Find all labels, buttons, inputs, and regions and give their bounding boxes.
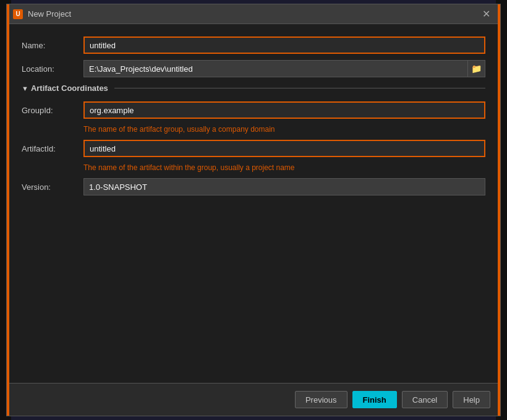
app-icon: U xyxy=(13,9,23,19)
location-label: Location: xyxy=(22,64,83,74)
help-button[interactable]: Help xyxy=(453,391,490,408)
section-toggle[interactable]: ▼ xyxy=(22,85,28,92)
dialog-body: Name: Location: 📁 ▼ Artifact Coordinates… xyxy=(7,24,500,383)
location-input-group: 📁 xyxy=(83,60,485,77)
groupid-label: GroupId: xyxy=(22,106,83,115)
title-bar-left: U New Project xyxy=(13,9,71,19)
name-row: Name: xyxy=(22,36,485,54)
groupid-row: GroupId: xyxy=(22,101,485,119)
new-project-dialog: U New Project ✕ Name: Location: 📁 xyxy=(6,4,501,416)
version-input[interactable] xyxy=(83,178,485,195)
cancel-button[interactable]: Cancel xyxy=(402,391,448,408)
left-accent xyxy=(7,4,9,416)
browse-button[interactable]: 📁 xyxy=(468,60,485,77)
close-button[interactable]: ✕ xyxy=(479,8,494,20)
artifactid-input[interactable] xyxy=(83,140,485,157)
section-divider xyxy=(114,88,485,88)
dialog-title: New Project xyxy=(28,9,71,19)
location-input[interactable] xyxy=(83,60,468,77)
artifactid-hint: The name of the artifact within the grou… xyxy=(83,163,485,172)
previous-button[interactable]: Previous xyxy=(295,391,347,408)
name-input[interactable] xyxy=(83,36,485,54)
groupid-input[interactable] xyxy=(83,101,485,119)
artifactid-label: ArtifactId: xyxy=(22,144,83,153)
right-accent xyxy=(498,4,500,416)
dialog-footer: Previous Finish Cancel Help xyxy=(7,383,500,416)
title-bar: U New Project ✕ xyxy=(7,4,500,24)
artifact-section-header: ▼ Artifact Coordinates xyxy=(22,84,485,93)
artifactid-row: ArtifactId: xyxy=(22,140,485,157)
finish-button[interactable]: Finish xyxy=(352,391,397,408)
location-row: Location: 📁 xyxy=(22,60,485,77)
section-title: Artifact Coordinates xyxy=(31,84,108,93)
version-label: Version: xyxy=(22,182,83,192)
groupid-hint: The name of the artifact group, usually … xyxy=(83,125,485,134)
version-row: Version: xyxy=(22,178,485,195)
name-label: Name: xyxy=(22,41,83,50)
